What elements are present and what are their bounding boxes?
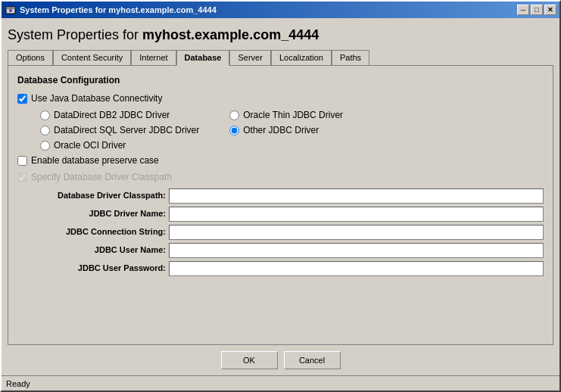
radio-db2: DataDirect DB2 JDBC Driver: [40, 110, 199, 120]
svg-point-2: [9, 9, 12, 12]
field-label-user-name: JDBC User Name:: [17, 243, 169, 258]
radio-other-jdbc: Other JDBC Driver: [229, 125, 343, 135]
content-area: Database Configuration Use Java Database…: [8, 65, 553, 345]
radio-other-jdbc-input[interactable]: [229, 126, 239, 135]
use-jdbc-checkbox[interactable]: [17, 94, 27, 104]
field-label-driver-name: JDBC Driver Name:: [17, 207, 169, 222]
window-body: System Properties for myhost.example.com…: [2, 18, 559, 375]
tab-localization[interactable]: Localization: [271, 50, 332, 66]
radio-db2-input[interactable]: [40, 110, 50, 120]
driver-col-right: Oracle Thin JDBC Driver Other JDBC Drive…: [229, 110, 343, 151]
tab-internet[interactable]: Internet: [131, 50, 176, 66]
maximize-button[interactable]: □: [531, 5, 543, 15]
button-bar: OK Cancel: [8, 345, 553, 375]
status-bar: Ready: [2, 375, 559, 390]
radio-oci: Oracle OCI Driver: [40, 140, 199, 151]
tab-server[interactable]: Server: [229, 50, 270, 66]
radio-oracle-thin-label: Oracle Thin JDBC Driver: [243, 110, 343, 120]
field-input-classpath[interactable]: [169, 188, 544, 204]
preserve-case-checkbox[interactable]: [17, 156, 27, 166]
window-title: System Properties for myhost.example.com…: [8, 23, 553, 49]
tab-database[interactable]: Database: [176, 50, 230, 66]
field-grid: Database Driver Classpath: JDBC Driver N…: [17, 188, 544, 276]
title-bar-left: System Properties for myhost.example.com…: [5, 4, 217, 16]
radio-oci-label: Oracle OCI Driver: [54, 140, 126, 151]
radio-db2-label: DataDirect DB2 JDBC Driver: [54, 110, 170, 120]
title-bar-buttons: ─ □ ✕: [517, 5, 556, 15]
radio-other-jdbc-label: Other JDBC Driver: [243, 125, 319, 135]
field-label-user-password: JDBC User Password:: [17, 261, 169, 276]
window-icon: [5, 4, 17, 16]
use-jdbc-label: Use Java Database Connectivity: [31, 93, 162, 104]
classpath-label: Specify Database Driver Classpath: [31, 172, 172, 182]
tab-options[interactable]: Options: [8, 50, 53, 66]
svg-rect-1: [6, 7, 15, 9]
driver-col-left: DataDirect DB2 JDBC Driver DataDirect SQ…: [40, 110, 199, 151]
field-input-user-name[interactable]: [169, 243, 544, 258]
status-text: Ready: [6, 379, 30, 388]
classpath-checkbox[interactable]: [17, 173, 27, 182]
minimize-button[interactable]: ─: [517, 5, 529, 15]
radio-sqlserver: DataDirect SQL Server JDBC Driver: [40, 125, 199, 135]
radio-oci-input[interactable]: [40, 141, 50, 151]
field-input-connection-string[interactable]: [169, 225, 544, 240]
tab-content-security[interactable]: Content Security: [53, 50, 131, 66]
field-input-user-password[interactable]: [169, 261, 544, 276]
tab-paths[interactable]: Paths: [332, 50, 369, 66]
field-input-driver-name[interactable]: [169, 207, 544, 222]
field-label-connection-string: JDBC Connection String:: [17, 225, 169, 240]
preserve-case-label: Enable database preserve case: [31, 155, 159, 166]
preserve-case-row: Enable database preserve case: [17, 155, 544, 166]
section-title: Database Configuration: [17, 75, 544, 86]
radio-oracle-thin: Oracle Thin JDBC Driver: [229, 110, 343, 120]
title-bar: System Properties for myhost.example.com…: [2, 2, 559, 18]
use-jdbc-row: Use Java Database Connectivity: [17, 93, 544, 104]
radio-sqlserver-label: DataDirect SQL Server JDBC Driver: [54, 125, 199, 135]
classpath-row: Specify Database Driver Classpath: [17, 172, 544, 182]
radio-oracle-thin-input[interactable]: [229, 110, 239, 120]
cancel-button[interactable]: Cancel: [284, 351, 341, 369]
field-label-classpath: Database Driver Classpath:: [17, 188, 169, 204]
title-bar-text: System Properties for myhost.example.com…: [20, 5, 217, 14]
ok-button[interactable]: OK: [221, 351, 278, 369]
radio-sqlserver-input[interactable]: [40, 126, 50, 135]
driver-radio-group: DataDirect DB2 JDBC Driver DataDirect SQ…: [40, 110, 544, 151]
system-properties-window: System Properties for myhost.example.com…: [0, 0, 561, 392]
close-button[interactable]: ✕: [544, 5, 556, 15]
tab-bar: Options Content Security Internet Databa…: [8, 49, 553, 65]
